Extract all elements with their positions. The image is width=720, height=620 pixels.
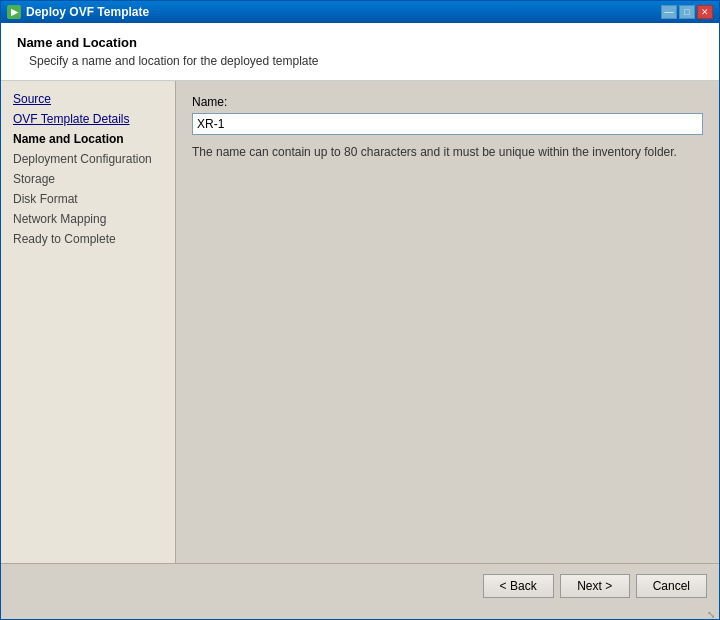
footer: < Back Next > Cancel xyxy=(1,563,719,607)
sidebar-item-name-and-location: Name and Location xyxy=(1,129,175,149)
name-field-label: Name: xyxy=(192,95,703,109)
deploy-ovf-window: ▶ Deploy OVF Template — □ ✕ Name and Loc… xyxy=(0,0,720,620)
sidebar-item-storage: Storage xyxy=(1,169,175,189)
sidebar-item-ready-to-complete: Ready to Complete xyxy=(1,229,175,249)
cancel-button[interactable]: Cancel xyxy=(636,574,707,598)
main-content: Source OVF Template Details Name and Loc… xyxy=(1,81,719,563)
sidebar: Source OVF Template Details Name and Loc… xyxy=(1,81,176,563)
maximize-button[interactable]: □ xyxy=(679,5,695,19)
next-button[interactable]: Next > xyxy=(560,574,630,598)
sidebar-item-disk-format: Disk Format xyxy=(1,189,175,209)
content-panel: Name: The name can contain up to 80 char… xyxy=(176,81,719,563)
sidebar-item-deployment-configuration: Deployment Configuration xyxy=(1,149,175,169)
close-button[interactable]: ✕ xyxy=(697,5,713,19)
sidebar-item-ovf-template-details[interactable]: OVF Template Details xyxy=(1,109,175,129)
header-section: Name and Location Specify a name and loc… xyxy=(1,23,719,81)
title-controls: — □ ✕ xyxy=(661,5,713,19)
minimize-button[interactable]: — xyxy=(661,5,677,19)
window-title: Deploy OVF Template xyxy=(26,5,149,19)
back-button[interactable]: < Back xyxy=(483,574,554,598)
header-title: Name and Location xyxy=(17,35,703,50)
title-bar: ▶ Deploy OVF Template — □ ✕ xyxy=(1,1,719,23)
sidebar-item-source[interactable]: Source xyxy=(1,89,175,109)
resize-handle: ⤡ xyxy=(1,607,719,619)
window-icon: ▶ xyxy=(7,5,21,19)
header-subtitle: Specify a name and location for the depl… xyxy=(17,54,703,68)
sidebar-item-network-mapping: Network Mapping xyxy=(1,209,175,229)
hint-text: The name can contain up to 80 characters… xyxy=(192,143,703,161)
title-bar-left: ▶ Deploy OVF Template xyxy=(7,5,149,19)
name-input[interactable] xyxy=(192,113,703,135)
